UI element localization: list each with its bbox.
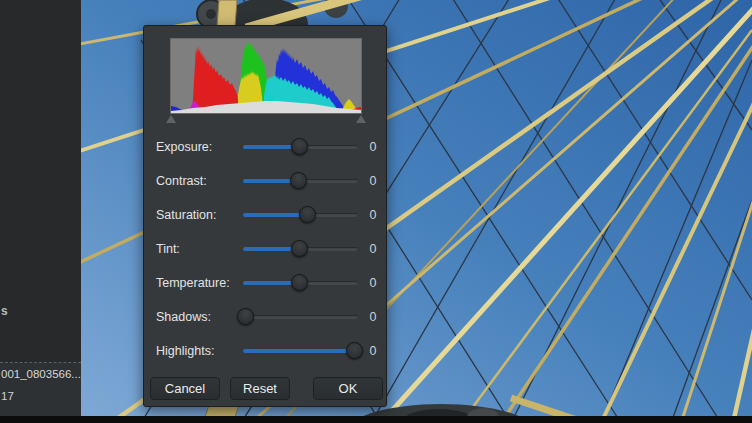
shadows-label: Shadows: xyxy=(156,310,211,324)
temperature-value: 0 xyxy=(363,276,383,290)
left-panel: s 001_0803566... 17 xyxy=(0,0,81,423)
highlights-label: Highlights: xyxy=(156,344,214,358)
highlights-slider[interactable] xyxy=(243,342,358,360)
white-point-marker-icon[interactable] xyxy=(356,115,366,123)
tint-label: Tint: xyxy=(156,242,180,256)
shadows-value: 0 xyxy=(363,310,383,324)
exposure-label: Exposure: xyxy=(156,140,212,154)
ok-button[interactable]: OK xyxy=(313,377,383,400)
slider-handle[interactable] xyxy=(291,274,308,291)
slider-handle[interactable] xyxy=(299,206,316,223)
slider-row-exposure: Exposure: 0 xyxy=(144,130,388,164)
temperature-label: Temperature: xyxy=(156,276,230,290)
left-panel-upper xyxy=(0,0,81,362)
saturation-value: 0 xyxy=(363,208,383,222)
cancel-button[interactable]: Cancel xyxy=(150,377,220,400)
contrast-label: Contrast: xyxy=(156,174,207,188)
contrast-slider[interactable] xyxy=(243,172,358,190)
histogram-red-channel xyxy=(192,46,239,113)
truncated-text-fragment: s xyxy=(1,304,8,318)
tint-slider[interactable] xyxy=(243,240,358,258)
exposure-value: 0 xyxy=(363,140,383,154)
slider-row-tint: Tint: 0 xyxy=(144,232,388,266)
exposure-slider[interactable] xyxy=(243,138,358,156)
black-point-marker-icon[interactable] xyxy=(166,115,176,123)
slider-row-contrast: Contrast: 0 xyxy=(144,164,388,198)
slider-row-highlights: Highlights: 0 xyxy=(144,334,388,368)
slider-handle[interactable] xyxy=(237,308,254,325)
file-name-label[interactable]: 001_0803566... xyxy=(1,368,81,380)
saturation-slider[interactable] xyxy=(243,206,358,224)
slider-handle[interactable] xyxy=(291,138,308,155)
slider-handle[interactable] xyxy=(346,342,363,359)
shadows-slider[interactable] xyxy=(243,308,358,326)
slider-handle[interactable] xyxy=(290,172,307,189)
adjust-colors-dialog: Exposure: 0 Contrast: 0 Saturation: 0 Ti… xyxy=(143,25,387,407)
slider-row-saturation: Saturation: 0 xyxy=(144,198,388,232)
slider-row-shadows: Shadows: 0 xyxy=(144,300,388,334)
slider-fill xyxy=(243,213,307,217)
reset-button[interactable]: Reset xyxy=(230,377,290,400)
file-detail-label: 17 xyxy=(1,390,14,402)
temperature-slider[interactable] xyxy=(243,274,358,292)
contrast-value: 0 xyxy=(363,174,383,188)
slider-fill xyxy=(243,349,355,353)
slider-handle[interactable] xyxy=(291,240,308,257)
saturation-label: Saturation: xyxy=(156,208,216,222)
slider-track[interactable] xyxy=(243,315,358,319)
slider-row-temperature: Temperature: 0 xyxy=(144,266,388,300)
highlights-value: 0 xyxy=(363,344,383,358)
bottom-bar xyxy=(0,416,752,423)
histogram xyxy=(171,39,361,113)
tint-value: 0 xyxy=(363,242,383,256)
